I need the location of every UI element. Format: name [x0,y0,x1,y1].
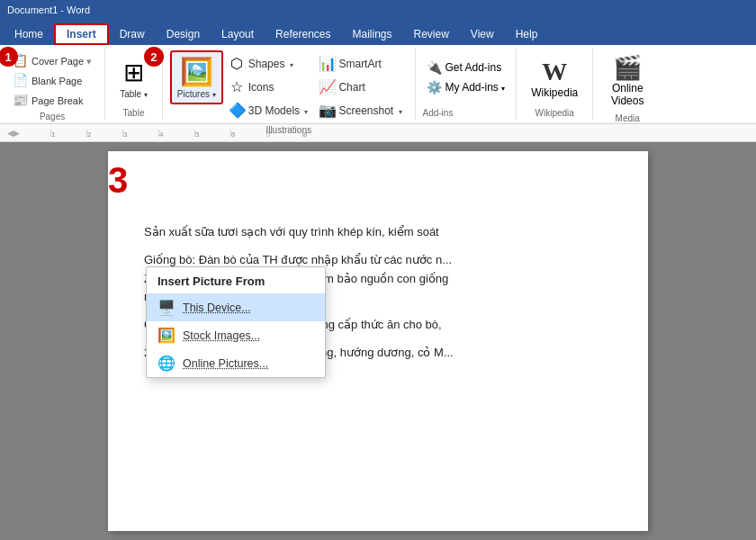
tab-insert[interactable]: Insert [54,23,109,45]
annotation-badge-2: 2 [144,47,164,67]
page-break-icon: 📰 [13,93,28,107]
title-bar: Document1 - Word [0,0,756,20]
ribbon-group-addins: 🔌 Get Add-ins ⚙️ My Add-ins ▾ Add-ins [416,49,518,120]
stock-images-icon: 🖼️ [158,327,176,344]
ruler-mark: 4 [158,130,194,137]
doc-paragraph-1: Sản xuất sữa tươi sạch với quy trình khé… [144,223,612,242]
online-pictures-label: Online Pictures... [183,357,268,370]
title-text: Document1 - Word [7,4,90,15]
get-addins-label: Get Add-ins [446,61,502,74]
ribbon-group-table: 2 ⊞ Table ▾ Table [105,49,163,120]
dropdown-menu: Insert Picture From 🖥️ This Device... 🖼️… [146,266,326,378]
table-icon: ⊞ [123,58,144,87]
tab-mailings[interactable]: Mailings [341,23,402,45]
ruler-mark: 1 [50,130,86,137]
wikipedia-button[interactable]: W Wikipedia [524,54,585,103]
icons-button[interactable]: ☆ Icons [223,76,314,98]
wikipedia-group-label: Wikipedia [536,108,574,118]
screenshot-button[interactable]: 📷 Screenshot ▾ [313,99,407,122]
tab-draw[interactable]: Draw [109,23,156,45]
ribbon-group-media: 🎬 OnlineVideos Media [593,49,662,120]
ribbon-group-wikipedia: W Wikipedia Wikipedia [517,49,593,120]
ruler-mark: 3 [122,130,158,137]
icons-icon: ☆ [229,78,245,95]
tab-review[interactable]: Review [403,23,460,45]
3d-models-label: 3D Models ▾ [248,104,309,117]
blank-page-button[interactable]: 📄 Blank Page [7,70,87,90]
illustrations-group-label: Illustrations [266,125,311,135]
annotation-badge-3: 3 [108,160,128,201]
ribbon-group-pages: 1 📋 Cover Page ▾ 📄 Blank Page 📰 Page Bre… [0,49,105,120]
page-break-button[interactable]: 📰 Page Break [7,90,88,110]
stock-images-option[interactable]: 🖼️ Stock Images... [147,321,325,349]
my-addins-icon: ⚙️ [427,80,442,94]
this-device-label: This Device... [183,302,251,314]
online-videos-label: OnlineVideos [611,82,644,108]
document-area: 3 Sản xuất sữa tươi sạch với quy trình k… [0,142,756,540]
tab-home[interactable]: Home [4,23,54,45]
cover-page-button[interactable]: 📋 Cover Page ▾ [7,50,97,70]
ribbon: 1 📋 Cover Page ▾ 📄 Blank Page 📰 Page Bre… [0,45,756,124]
get-addins-button[interactable]: 🔌 Get Add-ins [423,58,506,76]
3d-models-icon: 🔷 [229,102,245,119]
online-videos-icon: 🎬 [613,54,642,82]
table-label: Table ▾ [120,89,148,99]
ruler: ◀▶ 1 2 3 4 5 6 7 8 [0,124,756,142]
tab-layout[interactable]: Layout [211,23,265,45]
tab-design[interactable]: Design [156,23,211,45]
stock-images-label: Stock Images... [183,329,260,342]
screenshot-label: Screenshot ▾ [338,104,401,117]
this-device-icon: 🖥️ [158,299,176,316]
online-pictures-option[interactable]: 🌐 Online Pictures... [147,349,325,377]
tab-help[interactable]: Help [505,23,549,45]
ribbon-tabs: Home Insert Draw Design Layout Reference… [0,20,756,45]
blank-page-icon: 📄 [13,73,28,87]
this-device-option[interactable]: 🖥️ This Device... [147,293,325,321]
addins-group-label: Add-ins [423,108,454,118]
tab-view[interactable]: View [460,23,505,45]
my-addins-label: My Add-ins ▾ [446,81,506,94]
tab-references[interactable]: References [265,23,341,45]
chart-icon: 📈 [319,78,335,95]
screenshot-icon: 📷 [319,102,335,119]
shapes-icon: ⬡ [229,55,245,72]
cover-page-label: Cover Page ▾ [32,56,92,68]
ribbon-group-illustrations: 🖼️ Pictures ▾ ⬡ Shapes ▾ ☆ Icons 🔷 3D Mo… [163,49,416,120]
smartart-icon: 📊 [319,55,335,72]
dropdown-header: Insert Picture From [147,267,325,293]
ruler-mark: 5 [194,130,230,137]
ruler-mark: 6 [230,130,266,137]
pictures-button[interactable]: 🖼️ Pictures ▾ [170,50,223,104]
insert-picture-dropdown: Insert Picture From 🖥️ This Device... 🖼️… [146,266,326,378]
table-group-label: Table [123,108,145,118]
wikipedia-label: Wikipedia [531,86,578,99]
wikipedia-icon: W [542,58,567,86]
pictures-icon: 🖼️ [180,56,213,87]
pages-group-label: Pages [40,112,65,122]
shapes-label: Shapes ▾ [248,58,293,70]
blank-page-label: Blank Page [32,76,82,86]
get-addins-icon: 🔌 [427,60,442,75]
online-pictures-icon: 🌐 [158,355,176,372]
smartart-label: SmartArt [338,58,381,70]
3d-models-button[interactable]: 🔷 3D Models ▾ [223,99,314,122]
my-addins-button[interactable]: ⚙️ My Add-ins ▾ [423,78,509,96]
online-videos-button[interactable]: 🎬 OnlineVideos [600,50,654,112]
page-break-label: Page Break [32,95,83,106]
ruler-mark: 2 [86,130,122,137]
chart-label: Chart [338,81,364,94]
smartart-button[interactable]: 📊 SmartArt [313,52,407,75]
chart-button[interactable]: 📈 Chart [313,76,407,98]
media-group-label: Media [616,113,640,123]
pictures-label: Pictures ▾ [177,89,216,99]
shapes-button[interactable]: ⬡ Shapes ▾ [223,52,314,75]
icons-label: Icons [248,81,274,94]
